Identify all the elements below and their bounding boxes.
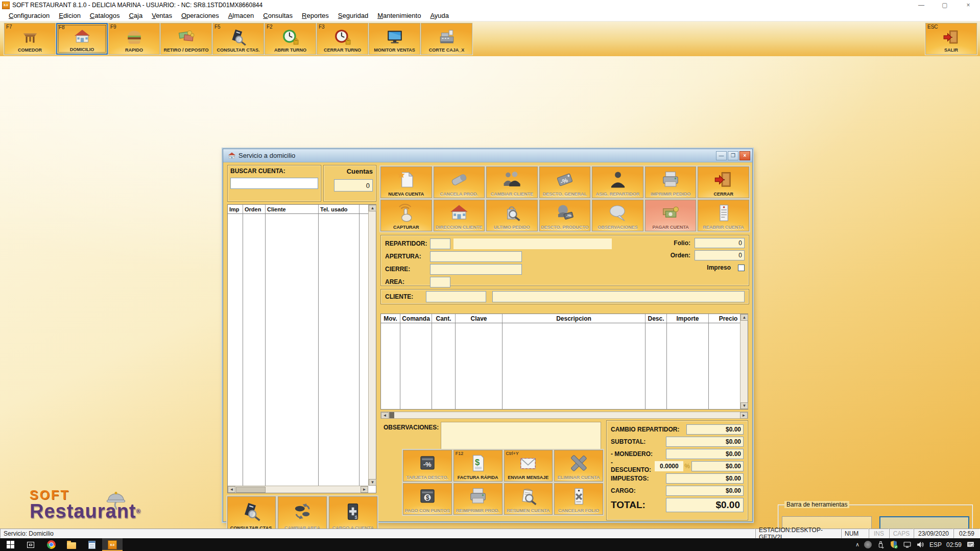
apertura-field[interactable] xyxy=(430,251,522,262)
toolbar-button-corte-caja[interactable]: CORTE CAJA_X xyxy=(421,23,472,55)
col-importe[interactable]: Importe xyxy=(667,314,709,323)
buscar-cuenta-input[interactable] xyxy=(230,178,318,189)
descto-general-button[interactable]: DESCTO. GENERAL xyxy=(539,166,591,198)
menu-ayuda[interactable]: Ayuda xyxy=(425,11,453,20)
cambiar-area-button[interactable]: CAMBIAR AREA xyxy=(278,496,326,532)
minimize-icon[interactable]: — xyxy=(910,0,933,10)
cliente-code-field[interactable] xyxy=(426,291,486,302)
items-body[interactable] xyxy=(381,323,739,409)
scroll-down-icon[interactable]: ▼ xyxy=(740,402,748,409)
col-descripcion[interactable]: Descripcion xyxy=(503,314,646,323)
start-button[interactable] xyxy=(0,538,20,551)
scroll-down-icon[interactable]: ▼ xyxy=(369,479,376,486)
scroll-up-icon[interactable]: ▲ xyxy=(369,205,376,211)
toolbar-button-cerrar-turno[interactable]: F3 CERRAR TURNO xyxy=(317,23,368,55)
soft-restaurant-taskbar-button[interactable]: 8.0 xyxy=(102,538,123,551)
col-cant[interactable]: Cant. xyxy=(432,314,456,323)
pagar-cuenta-button[interactable]: PAGAR CUENTA xyxy=(645,200,697,231)
scroll-right-icon[interactable]: ► xyxy=(740,412,748,419)
hscroll-thumb[interactable] xyxy=(236,487,266,493)
accounts-vscrollbar[interactable]: ▲ ▼ xyxy=(368,205,376,486)
scroll-right-icon[interactable]: ► xyxy=(361,486,368,493)
browser-taskbar-button[interactable] xyxy=(41,538,61,551)
notepad-button[interactable] xyxy=(82,538,102,551)
menu-almacen[interactable]: Almacen xyxy=(224,11,259,20)
col-orden[interactable]: Orden xyxy=(243,205,266,213)
maximize-icon[interactable]: ▢ xyxy=(933,0,957,10)
defender-shield-icon[interactable] xyxy=(890,540,898,549)
cancelar-folio-button[interactable]: CANCELAR FOLIO xyxy=(554,483,603,515)
tarjeta-descto-button[interactable]: TARJETA DESCTO. xyxy=(403,450,452,482)
col-cliente[interactable]: Cliente xyxy=(266,205,319,213)
menu-caja[interactable]: Caja xyxy=(124,11,147,20)
col-mov[interactable]: Mov. xyxy=(381,314,400,323)
capturar-button[interactable]: CAPTURAR xyxy=(380,200,432,231)
descto-producto-button[interactable]: DESCTO. PRODUCTO xyxy=(539,200,591,231)
resumen-cuenta-button[interactable]: RESUMEN CUENTA xyxy=(504,483,553,515)
items-hscrollbar[interactable]: ◄ ► xyxy=(380,412,748,419)
menu-ventas[interactable]: Ventas xyxy=(147,11,177,20)
scroll-up-icon[interactable]: ▲ xyxy=(740,314,748,321)
col-comanda[interactable]: Comanda xyxy=(400,314,432,323)
tray-app-icon[interactable] xyxy=(864,541,872,548)
cliente-name-field[interactable] xyxy=(492,291,745,302)
col-clave[interactable]: Clave xyxy=(456,314,503,323)
reabrir-cuenta-button[interactable]: REABRIR CUENTA xyxy=(698,200,749,231)
menu-consultas[interactable]: Consultas xyxy=(258,11,297,20)
col-tel-usado[interactable]: Tel. usado xyxy=(319,205,360,213)
toolbar-button-comedor[interactable]: F7 COMEDOR xyxy=(4,23,56,55)
dialog-minimize-icon[interactable]: — xyxy=(716,151,727,160)
nueva-cuenta-button[interactable]: NUEVA CUENTA xyxy=(380,166,432,198)
dialog-close-icon[interactable]: × xyxy=(739,151,750,160)
enviar-mensaje-button[interactable]: Ctrl+Y ENVIAR MENSAJE xyxy=(504,450,553,482)
direccion-cliente-button[interactable]: DIRECCION CLIENTE xyxy=(434,200,485,231)
cerrar-button[interactable]: CERRAR xyxy=(698,166,749,198)
task-view-button[interactable] xyxy=(20,538,41,551)
menu-configuracion[interactable]: Configuracion xyxy=(4,11,54,20)
accounts-list-body[interactable] xyxy=(228,214,368,486)
cierre-field[interactable] xyxy=(430,264,522,275)
cancela-prod-button[interactable]: CANCELA PROD. xyxy=(434,166,485,198)
observaciones-button[interactable]: OBSERVACIONES xyxy=(592,200,643,231)
eliminar-cuenta-button[interactable]: ELIMINAR CUENTA xyxy=(554,450,603,482)
imprimir-pedido-button[interactable]: IMPRIMIR PEDIDO xyxy=(645,166,697,198)
usb-icon[interactable] xyxy=(876,540,885,549)
items-vscrollbar[interactable]: ▲ ▼ xyxy=(740,314,748,409)
consultar-ctas-button[interactable]: CONSULTAR CTAS. xyxy=(227,496,276,532)
impreso-checkbox[interactable] xyxy=(738,265,745,271)
taskbar-clock[interactable]: 02:59 xyxy=(946,541,962,548)
asig-repartidor-button[interactable]: ASIG. REPARTIDOR xyxy=(592,166,643,198)
menu-catalogos[interactable]: Catalogos xyxy=(85,11,125,20)
toolbar-button-monitor-ventas[interactable]: MONITOR VENTAS xyxy=(369,23,420,55)
language-indicator[interactable]: ESP xyxy=(929,541,942,548)
menu-seguridad[interactable]: Seguridad xyxy=(333,11,373,20)
col-desc[interactable]: Desc. xyxy=(646,314,667,323)
hscroll-thumb[interactable] xyxy=(389,412,394,418)
menu-mantenimiento[interactable]: Mantenimiento xyxy=(373,11,425,20)
tray-chevron-icon[interactable]: ∧ xyxy=(855,541,859,548)
speaker-icon[interactable] xyxy=(916,540,925,549)
menu-reportes[interactable]: Reportes xyxy=(297,11,333,20)
ultimo-pedido-button[interactable]: ULTIMO PEDIDO xyxy=(486,200,538,231)
area-field[interactable] xyxy=(430,277,450,288)
toolbar-button-consultar-ctas[interactable]: F5 CONSULTAR CTAS. xyxy=(212,23,264,55)
file-explorer-button[interactable] xyxy=(61,538,82,551)
reimprimir-prod-button[interactable]: REIMPRIMIR PROD. xyxy=(453,483,503,515)
network-icon[interactable] xyxy=(903,540,912,549)
dialog-titlebar[interactable]: Servicio a domicilio — ❐ × xyxy=(223,149,752,162)
cargo-a-cuenta-button[interactable]: CARGO A CUENTA xyxy=(329,496,377,532)
scroll-left-icon[interactable]: ◄ xyxy=(381,412,389,419)
toolbar-button-domicilio[interactable]: F8 DOMICILIO xyxy=(56,23,108,55)
descuento-percent-input[interactable]: 0.0000 xyxy=(655,461,683,471)
repartidor-code-field[interactable] xyxy=(430,238,450,249)
toolbar-button-salir[interactable]: ESC SALIR xyxy=(925,23,977,55)
toolbar-button-abrir-turno[interactable]: F2 ABRIR TURNO xyxy=(265,23,316,55)
factura-rapida-button[interactable]: F12 FACTURA RÁPIDA xyxy=(453,450,503,482)
menu-operaciones[interactable]: Operaciones xyxy=(177,11,224,20)
toolbar-button-retiro-deposito[interactable]: RETIRO / DEPOSITO xyxy=(160,23,212,55)
pago-con-puntos-button[interactable]: PAGO CON PUNTOS xyxy=(403,483,452,515)
toolbar-button-rapido[interactable]: F9 RAPIDO xyxy=(108,23,160,55)
close-icon[interactable]: × xyxy=(957,0,980,10)
cambiar-cliente-button[interactable]: CAMBIAR CLIENTE xyxy=(486,166,538,198)
dialog-restore-icon[interactable]: ❐ xyxy=(728,151,738,160)
